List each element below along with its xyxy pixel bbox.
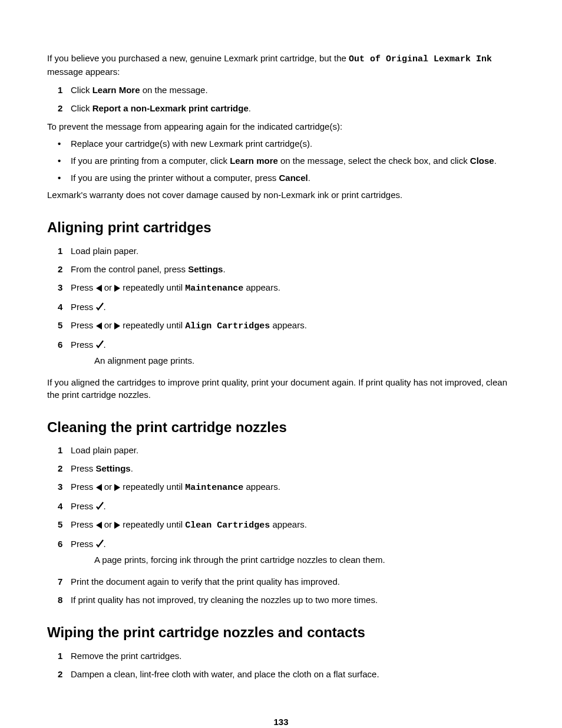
left-arrow-icon bbox=[96, 285, 102, 292]
list-item: 1Click Learn More on the message. bbox=[58, 84, 515, 96]
list-item: 6Press .A page prints, forcing ink throu… bbox=[58, 538, 515, 569]
clean-steps: 1Load plain paper. 2Press Settings. 3Pre… bbox=[58, 444, 515, 606]
list-item: 2From the control panel, press Settings. bbox=[58, 263, 515, 275]
list-item: 5Press or repeatedly until Align Cartrid… bbox=[58, 319, 515, 332]
intro-bullets: Replace your cartridge(s) with new Lexma… bbox=[58, 137, 515, 184]
align-steps: 1Load plain paper. 2From the control pan… bbox=[58, 245, 515, 370]
sub-note: A page prints, forcing ink through the p… bbox=[94, 554, 515, 566]
list-item: 1Load plain paper. bbox=[58, 444, 515, 456]
check-icon bbox=[96, 340, 104, 349]
list-item: Replace your cartridge(s) with new Lexma… bbox=[58, 137, 515, 150]
align-followup: If you aligned the cartridges to improve… bbox=[47, 376, 515, 401]
left-arrow-icon bbox=[96, 522, 102, 529]
list-item: 2Press Settings. bbox=[58, 462, 515, 475]
right-arrow-icon bbox=[114, 285, 120, 292]
list-item: 3Press or repeatedly until Maintenance a… bbox=[58, 480, 515, 494]
list-item: 4Press . bbox=[58, 301, 515, 313]
page-number: 133 bbox=[47, 716, 515, 728]
list-item: 4Press . bbox=[58, 500, 515, 512]
heading-wipe: Wiping the print cartridge nozzles and c… bbox=[47, 622, 515, 643]
intro-steps: 1Click Learn More on the message. 2Click… bbox=[58, 84, 515, 114]
left-arrow-icon bbox=[96, 484, 102, 491]
list-item: 1Remove the print cartridges. bbox=[58, 650, 515, 662]
intro-warranty: Lexmark's warranty does not cover damage… bbox=[47, 189, 515, 201]
list-item: 5Press or repeatedly until Clean Cartrid… bbox=[58, 518, 515, 532]
list-item: 1Load plain paper. bbox=[58, 245, 515, 257]
sub-note: An alignment page prints. bbox=[94, 354, 515, 367]
list-item: 7Print the document again to verify that… bbox=[58, 575, 515, 588]
right-arrow-icon bbox=[114, 522, 120, 529]
intro-prevent: To prevent the message from appearing ag… bbox=[47, 120, 515, 133]
list-item: If you are printing from a computer, cli… bbox=[58, 154, 515, 167]
list-item: 2Dampen a clean, lint-free cloth with wa… bbox=[58, 668, 515, 680]
list-item: 2Click Report a non-Lexmark print cartri… bbox=[58, 102, 515, 114]
check-icon bbox=[96, 539, 104, 548]
wipe-steps: 1Remove the print cartridges. 2Dampen a … bbox=[58, 650, 515, 680]
heading-align: Aligning print cartridges bbox=[47, 218, 515, 238]
list-item: If you are using the printer without a c… bbox=[58, 172, 515, 184]
list-item: 8If print quality has not improved, try … bbox=[58, 594, 515, 606]
heading-clean: Cleaning the print cartridge nozzles bbox=[47, 417, 515, 437]
check-icon bbox=[96, 302, 104, 311]
left-arrow-icon bbox=[96, 322, 102, 330]
right-arrow-icon bbox=[114, 322, 120, 330]
list-item: 6Press .An alignment page prints. bbox=[58, 338, 515, 370]
check-icon bbox=[96, 502, 104, 510]
right-arrow-icon bbox=[114, 484, 120, 491]
list-item: 3Press or repeatedly until Maintenance a… bbox=[58, 281, 515, 295]
intro-paragraph: If you believe you purchased a new, genu… bbox=[47, 52, 515, 78]
